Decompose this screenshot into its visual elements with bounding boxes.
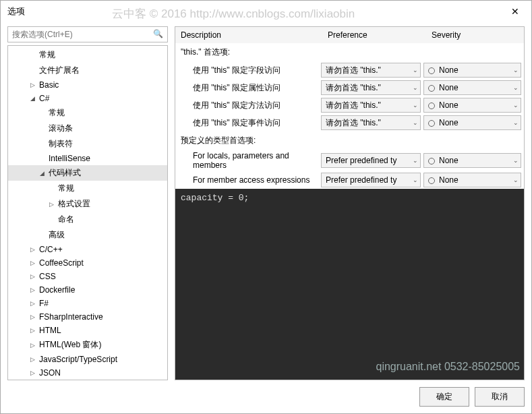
tree-item[interactable]: ▷CoffeeScript	[8, 256, 167, 270]
expander-icon[interactable]: ▷	[28, 314, 36, 320]
tree-item-label: 制表符	[47, 138, 74, 150]
tree-item-label: 常规	[57, 182, 76, 195]
chevron-down-icon: ⌄	[511, 119, 521, 126]
grid-row: 使用 "this" 限定方法访问请勿首选 "this."⌄None⌄	[175, 96, 524, 114]
tree-item[interactable]: ▷Dockerfile	[8, 283, 167, 297]
tree-item[interactable]: ▷F#	[8, 297, 167, 310]
expander-icon[interactable]: ▷	[28, 287, 36, 293]
tree-item[interactable]: ▷C/C++	[8, 243, 167, 256]
tree-item[interactable]: ◢代码样式	[8, 165, 167, 181]
dropdown-value: 请勿首选 "this."	[322, 100, 411, 111]
tree-item[interactable]: ◢C#	[8, 92, 167, 105]
expander-icon[interactable]: ▷	[28, 356, 36, 363]
dropdown-value: 请勿首选 "this."	[322, 117, 411, 129]
tree-item-label: 常规	[47, 107, 66, 119]
header-severity: Severity	[426, 27, 524, 43]
ok-button[interactable]: 确定	[419, 387, 469, 407]
expander-icon[interactable]: ▷	[28, 273, 36, 280]
tree-item[interactable]: 常规	[8, 181, 167, 196]
code-preview: capacity = 0; qingruanit.net 0532-850250…	[175, 189, 524, 380]
severity-dropdown[interactable]: None⌄	[423, 63, 521, 78]
group-predefined: 预定义的类型首选项:	[175, 131, 524, 150]
preview-code: capacity = 0;	[181, 193, 519, 203]
tree-item[interactable]: 制表符	[8, 136, 167, 152]
search-input[interactable]	[8, 27, 149, 42]
severity-dropdown[interactable]: None⌄	[423, 115, 521, 130]
preference-dropdown[interactable]: 请勿首选 "this."⌄	[321, 80, 421, 95]
nav-tree[interactable]: 常规文件扩展名▷Basic◢C#常规滚动条制表符IntelliSense◢代码样…	[7, 45, 168, 380]
settings-grid: Description Preference Severity "this." …	[175, 26, 525, 380]
chevron-down-icon: ⌄	[511, 177, 521, 183]
window-title: 选项	[7, 5, 25, 18]
chevron-down-icon: ⌄	[411, 102, 420, 109]
dropdown-value: Prefer predefined ty	[322, 156, 411, 165]
chevron-down-icon: ⌄	[411, 67, 420, 73]
tree-item[interactable]: ▷Basic	[8, 78, 167, 92]
grid-row: For member access expressionsPrefer pred…	[175, 171, 524, 189]
tree-item-label: F#	[38, 298, 50, 309]
search-box: 🔍	[7, 26, 168, 42]
tree-item[interactable]: ▷FSharpInteractive	[8, 310, 167, 324]
preference-dropdown[interactable]: 请勿首选 "this."⌄	[321, 63, 421, 78]
tree-item-label: 常规	[38, 49, 57, 61]
tree-item[interactable]: IntelliSense	[8, 152, 167, 165]
tree-item-label: Basic	[38, 80, 60, 90]
tree-item-label: 格式设置	[57, 198, 92, 210]
preference-dropdown[interactable]: Prefer predefined ty⌄	[321, 153, 421, 168]
tree-item-label: 命名	[57, 213, 76, 226]
preference-dropdown[interactable]: 请勿首选 "this."⌄	[321, 98, 421, 113]
tree-item-label: FSharpInteractive	[38, 312, 105, 322]
severity-dropdown[interactable]: None⌄	[423, 80, 521, 95]
chevron-down-icon: ⌄	[511, 84, 521, 91]
expander-icon[interactable]: ▷	[28, 246, 36, 253]
row-description: For locals, parameters and members	[175, 151, 321, 170]
tree-item[interactable]: 常规	[8, 105, 167, 121]
severity-dropdown[interactable]: None⌄	[423, 173, 521, 187]
grid-row: 使用 "this" 限定字段访问请勿首选 "this."⌄None⌄	[175, 61, 524, 79]
tree-item-label: C#	[38, 93, 51, 104]
dropdown-value: None	[424, 118, 511, 127]
tree-item-label: JSON	[38, 367, 62, 378]
tree-item[interactable]: 文件扩展名	[8, 63, 167, 78]
tree-item[interactable]: ▷HTML	[8, 324, 167, 337]
expander-icon[interactable]: ▷	[28, 327, 36, 334]
dropdown-value: None	[424, 156, 511, 165]
expander-icon[interactable]: ▷	[28, 300, 36, 307]
tree-item[interactable]: 常规	[8, 47, 167, 63]
severity-icon	[428, 177, 435, 184]
chevron-down-icon: ⌄	[411, 119, 420, 126]
tree-item[interactable]: 高级	[8, 227, 167, 243]
titlebar: 选项 ✕	[1, 1, 531, 22]
expander-icon[interactable]: ◢	[38, 170, 46, 177]
expander-icon[interactable]: ◢	[28, 95, 36, 102]
expander-icon[interactable]: ▷	[28, 369, 36, 376]
preference-dropdown[interactable]: Prefer predefined ty⌄	[321, 173, 421, 187]
expander-icon[interactable]: ▷	[28, 342, 36, 349]
tree-item[interactable]: 命名	[8, 212, 167, 227]
tree-item-label: 滚动条	[47, 122, 74, 135]
chevron-down-icon: ⌄	[411, 157, 420, 164]
tree-item[interactable]: ▷JSON	[8, 366, 167, 380]
search-icon[interactable]: 🔍	[149, 27, 167, 42]
tree-item[interactable]: ▷格式设置	[8, 196, 167, 212]
dropdown-value: 请勿首选 "this."	[322, 65, 411, 76]
tree-item-label: HTML(Web 窗体)	[38, 338, 102, 351]
cancel-button[interactable]: 取消	[475, 387, 525, 407]
dropdown-value: 请勿首选 "this."	[322, 82, 411, 94]
header-description: Description	[175, 27, 322, 43]
expander-icon[interactable]: ▷	[47, 201, 55, 208]
close-icon[interactable]: ✕	[506, 5, 525, 18]
tree-item[interactable]: ▷JavaScript/TypeScript	[8, 353, 167, 366]
expander-icon[interactable]: ▷	[28, 260, 36, 266]
tree-item-label: JavaScript/TypeScript	[38, 354, 119, 365]
tree-item[interactable]: ▷HTML(Web 窗体)	[8, 337, 167, 353]
severity-dropdown[interactable]: None⌄	[423, 153, 521, 168]
preference-dropdown[interactable]: 请勿首选 "this."⌄	[321, 115, 421, 130]
tree-item-label: CSS	[38, 271, 57, 282]
tree-item-label: IntelliSense	[47, 153, 92, 164]
severity-dropdown[interactable]: None⌄	[423, 98, 521, 113]
tree-item[interactable]: ▷CSS	[8, 270, 167, 283]
expander-icon[interactable]: ▷	[28, 82, 36, 88]
tree-item[interactable]: 滚动条	[8, 121, 167, 136]
grid-row: For locals, parameters and membersPrefer…	[175, 150, 524, 171]
